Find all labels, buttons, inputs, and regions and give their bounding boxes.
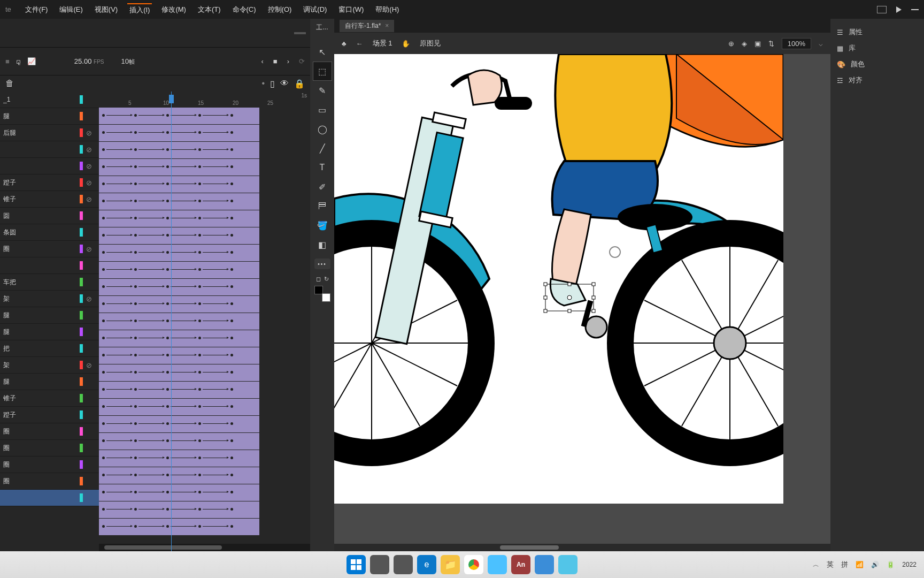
layer-visibility-icon[interactable]: ⊘: [86, 245, 96, 253]
minimize-icon[interactable]: [911, 9, 919, 10]
layer-row[interactable]: 圈 ⊘: [0, 241, 99, 257]
frame-row[interactable]: [99, 125, 259, 141]
panel-drag-handle[interactable]: [294, 32, 306, 34]
scene-name[interactable]: 场景 1: [373, 39, 392, 48]
layer-row[interactable]: 条圆: [0, 224, 99, 241]
camera-icon[interactable]: ■: [5, 57, 10, 65]
lock-header-icon[interactable]: 🔒: [294, 79, 305, 89]
frame-row[interactable]: [99, 279, 259, 295]
menu-view[interactable]: 视图(V): [93, 4, 120, 16]
taskbar-animate[interactable]: An: [511, 555, 530, 574]
layer-row[interactable]: 圆: [0, 208, 99, 224]
color-swatches[interactable]: [314, 286, 330, 302]
swap-small-icon[interactable]: ◻: [316, 276, 321, 283]
frame-row[interactable]: [99, 108, 259, 124]
tool-brush[interactable]: ✎: [313, 81, 332, 100]
layer-row[interactable]: 圈: [0, 423, 99, 440]
current-frame[interactable]: 10: [121, 57, 128, 65]
frames-grid[interactable]: 5 10 15 20 25 1s: [99, 92, 310, 551]
tool-paint-bucket[interactable]: 🪣: [313, 216, 332, 235]
timeline-h-scrollbar[interactable]: [99, 544, 310, 551]
panel-color[interactable]: 🎨 颜色: [835, 56, 920, 72]
frame-row[interactable]: [99, 399, 259, 415]
visibility-header-icon[interactable]: 👁: [280, 79, 289, 88]
layer-visibility-icon[interactable]: ⊘: [86, 295, 96, 303]
swap-arrow-icon[interactable]: ↻: [324, 276, 329, 283]
panel-library[interactable]: ▦ 库: [835, 40, 920, 56]
menu-insert[interactable]: 插入(I): [127, 3, 152, 16]
frame-row[interactable]: [99, 159, 259, 176]
graph-icon[interactable]: ⚼: [16, 57, 21, 66]
menu-modify[interactable]: 修改(M): [159, 4, 188, 16]
tool-rectangle[interactable]: ▭: [313, 100, 332, 119]
document-tab[interactable]: 自行车-1.fla* ×: [340, 20, 394, 32]
frame-row[interactable]: [99, 416, 259, 432]
frame-row[interactable]: [99, 364, 259, 381]
tool-text[interactable]: T: [313, 158, 332, 177]
panel-properties[interactable]: ☰ 属性: [835, 24, 920, 40]
taskbar-wechat[interactable]: [488, 555, 507, 574]
frame-row[interactable]: [99, 501, 259, 518]
layer-row[interactable]: 蹬子 ⊘: [0, 174, 99, 191]
panel-align[interactable]: ☲ 对齐: [835, 72, 920, 88]
layer-row[interactable]: ⊘: [0, 141, 99, 158]
layer-row[interactable]: [0, 490, 99, 506]
clock-year[interactable]: 2022: [902, 561, 917, 568]
stop-icon[interactable]: ■: [273, 57, 278, 65]
layer-row[interactable]: 腿: [0, 374, 99, 390]
tool-eyedropper[interactable]: ✐: [313, 177, 332, 196]
zoom-chevron-icon[interactable]: ⌵: [819, 40, 823, 48]
frame-row[interactable]: [99, 313, 259, 330]
layer-row[interactable]: 车把: [0, 274, 99, 291]
frame-row[interactable]: [99, 347, 259, 364]
frame-row[interactable]: [99, 142, 259, 158]
tool-eraser[interactable]: ◧: [313, 235, 332, 254]
taskbar-app-blue[interactable]: [535, 555, 554, 574]
frame-row[interactable]: [99, 450, 259, 467]
menu-window[interactable]: 窗口(W): [336, 4, 366, 16]
tool-selection[interactable]: ↖: [313, 42, 332, 62]
menu-edit[interactable]: 编辑(E): [57, 4, 84, 16]
tool-camera[interactable]: ⛿: [313, 196, 332, 216]
layer-row[interactable]: [0, 257, 99, 274]
clover-icon[interactable]: ♣: [342, 40, 346, 48]
frame-row[interactable]: [99, 484, 259, 501]
center-icon[interactable]: ⊕: [728, 40, 734, 48]
layer-row[interactable]: _1: [0, 92, 99, 108]
layer-visibility-icon[interactable]: ⊘: [86, 195, 96, 203]
canvas-viewport[interactable]: [334, 54, 830, 544]
frame-row[interactable]: [99, 519, 259, 535]
layer-row[interactable]: 圈: [0, 457, 99, 473]
layer-row[interactable]: 腿: [0, 307, 99, 324]
prev-frame-icon[interactable]: ‹: [261, 57, 263, 65]
taskbar-chrome[interactable]: [464, 555, 483, 574]
taskbar-explorer[interactable]: 📁: [441, 555, 460, 574]
layer-visibility-icon[interactable]: ⊘: [86, 146, 96, 154]
workspace-icon[interactable]: [877, 6, 887, 13]
layer-row[interactable]: 锥子: [0, 390, 99, 407]
chart-icon[interactable]: 📈: [27, 57, 36, 65]
frame-row[interactable]: [99, 467, 259, 484]
layer-row[interactable]: 把: [0, 340, 99, 357]
menu-text[interactable]: 文本(T): [196, 4, 223, 16]
frame-row[interactable]: [99, 330, 259, 347]
layer-visibility-icon[interactable]: ⊘: [86, 361, 96, 369]
hand-icon[interactable]: ✋: [402, 40, 410, 48]
ime-mode[interactable]: 拼: [841, 560, 848, 569]
back-icon[interactable]: ←: [356, 40, 363, 48]
frame-row[interactable]: [99, 296, 259, 313]
layer-visibility-icon[interactable]: ⊘: [86, 162, 96, 170]
layer-visibility-icon[interactable]: ⊘: [86, 129, 96, 137]
zoom-value[interactable]: 100%: [788, 40, 805, 48]
menu-control[interactable]: 控制(O): [266, 4, 294, 16]
menu-help[interactable]: 帮助(H): [373, 4, 401, 16]
taskbar-start[interactable]: [346, 555, 366, 574]
menu-debug[interactable]: 调试(D): [301, 4, 329, 16]
frame-row[interactable]: [99, 193, 259, 210]
taskbar-task-view[interactable]: [394, 555, 413, 574]
tool-line[interactable]: ╱: [313, 139, 332, 158]
fps-value[interactable]: 25.00: [74, 57, 92, 65]
taskbar-app-circle[interactable]: [558, 555, 578, 574]
playhead[interactable]: [171, 92, 172, 551]
loop-icon[interactable]: ⟳: [299, 57, 305, 65]
